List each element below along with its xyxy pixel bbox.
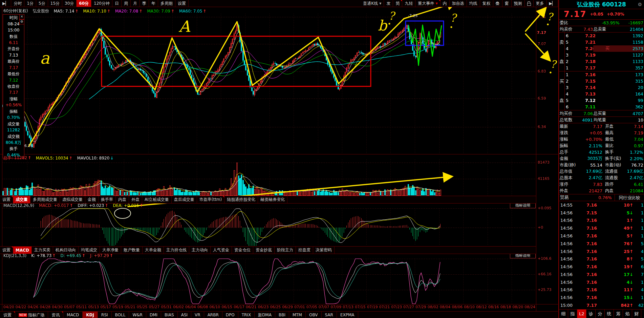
quote-tab-焰[interactable]: 焰 (623, 310, 632, 318)
vol-tab-成交量[interactable]: 成交量 (13, 196, 30, 203)
quote-tab-细[interactable]: 细 (559, 310, 568, 318)
tick-row[interactable]: 15:007.17842↑42 (559, 301, 644, 309)
gear-icon[interactable]: ⚙ (19, 19, 24, 24)
timeframe-tab-多周期[interactable]: 多周期 (158, 0, 175, 7)
indicator-tab-RSI[interactable]: RSI (98, 312, 112, 318)
timeframe-tab-120分钟[interactable]: 120分钟 (91, 0, 112, 7)
indicator-tab-资讯[interactable]: 资讯 (48, 312, 63, 318)
tool-简[interactable]: 简 (393, 0, 402, 7)
buy-level-row[interactable]: 67.11362 (565, 104, 644, 110)
indicator-tab-MTM[interactable]: MTM (289, 312, 306, 318)
vol-tab-陆股通持股变化[interactable]: 陆股通持股变化 (224, 196, 258, 203)
vol-tab-外盘[interactable]: 外盘 (129, 196, 142, 203)
indicator-tab-OBV[interactable]: OBV (306, 312, 322, 318)
tick-row[interactable]: 14:557.1610↑1 (559, 201, 644, 209)
quote-tab-财[interactable]: 财 (632, 310, 641, 318)
tool-arrow[interactable]: ▶▏ (547, 0, 558, 7)
tool-普通K线[interactable]: 普通K线▼ (361, 0, 384, 7)
sell-level-row[interactable]: 57.211158 (565, 39, 644, 45)
tool-叠[interactable]: 叠 (493, 0, 502, 7)
sell-level-row[interactable]: 27.181133 (565, 58, 644, 65)
buy-level-row[interactable]: 57.1299 (565, 97, 644, 104)
tick-row[interactable]: 14:567.1676↑5 (559, 240, 644, 248)
timeframe-tab-日[interactable]: 日 (112, 0, 122, 7)
indicator-tab-BBI[interactable]: BBI (275, 312, 289, 318)
tool-发[interactable]: 发 (384, 0, 393, 7)
tick-row[interactable]: 14:567.165↑1 (559, 232, 644, 240)
timeframe-tab-季[interactable]: 季 (140, 0, 149, 7)
macd-tab-人气资金[interactable]: 人气资金 (211, 247, 232, 254)
close-icon[interactable]: × (19, 14, 24, 19)
tick-row[interactable]: 14:567.155↓1 (559, 209, 644, 217)
indicator-tab-MACD[interactable]: MACD (63, 312, 83, 318)
timeframe-tab-周[interactable]: 周 (122, 0, 131, 7)
indicator-tab-指标广场[interactable]: NEW指标广场 (15, 312, 48, 318)
tool-九转[interactable]: 九转 (402, 0, 415, 7)
vol-tab-市盈率(ttm)[interactable]: 市盈率(ttm) (197, 196, 224, 203)
tick-row[interactable]: 14:567.161↑1 (559, 217, 644, 225)
tool-复权[interactable]: 复权 (480, 0, 493, 7)
tick-row[interactable]: 14:567.168↑5 (559, 255, 644, 263)
quote-tab-分[interactable]: 分 (596, 310, 605, 318)
vol-tab-多周期成交量[interactable]: 多周期成交量 (30, 196, 60, 203)
tick-row[interactable]: 14:567.1617↓7 (559, 271, 644, 278)
macd-tab-资金抄底[interactable]: 资金抄底 (253, 247, 275, 254)
macd-tab-MACD[interactable]: MACD (13, 247, 32, 254)
timeframe-tab-月[interactable]: 月 (131, 0, 140, 7)
macd-tab-控盘度[interactable]: 控盘度 (296, 247, 313, 254)
macd-tab-主力持仓线[interactable]: 主力持仓线 (164, 247, 189, 254)
macd-tab-主力买卖[interactable]: 主力买卖 (32, 247, 53, 254)
indicator-tab-ARBR[interactable]: ARBR (204, 312, 222, 318)
quote-tab-筹[interactable]: 筹 (614, 310, 623, 318)
indicator-tab-SAR[interactable]: SAR (322, 312, 337, 318)
macd-tab-主力动向[interactable]: 主力动向 (189, 247, 211, 254)
tool-更多[interactable]: 更多 (534, 0, 547, 7)
sell-level-row[interactable]: 67.221392 (565, 33, 644, 39)
buy-level-row[interactable]: 47.13164 (565, 91, 644, 97)
timeframe-tab-5分[interactable]: 5分 (36, 0, 48, 7)
macd-tab-大单净量[interactable]: 大单净量 (100, 247, 121, 254)
timeframe-tab-年[interactable]: 年 (149, 0, 158, 7)
indicator-tab-BIAS[interactable]: BIAS (161, 312, 178, 318)
indicator-tab-设置[interactable]: 设置 (0, 312, 15, 318)
buy-level-row[interactable]: 27.15315 (565, 78, 644, 84)
industry-compare-button[interactable]: 同行业比较 (615, 194, 644, 201)
quote-tab-L2[interactable]: L2 (577, 310, 586, 318)
sell-level-row[interactable]: 17.17357 (565, 65, 644, 71)
timeframe-tab-1分[interactable]: 1分 (24, 0, 36, 7)
buy-level-row[interactable]: 17.16173 (565, 71, 644, 78)
timeframe-tab-15分[interactable]: 15分 (48, 0, 62, 7)
tool-均线[interactable]: 均线 (467, 0, 480, 7)
macd-tab-均笔成交[interactable]: 均笔成交 (79, 247, 100, 254)
tool-窗[interactable]: 窗 (502, 0, 512, 7)
tool-lock[interactable] (525, 0, 534, 7)
macd-tab-资金仓位[interactable]: 资金仓位 (232, 247, 253, 254)
tick-row[interactable]: 14:567.1625↑4 (559, 248, 644, 255)
indicator-tab-ASI[interactable]: ASI (178, 312, 191, 318)
vol-tab-虚拟成交量[interactable]: 虚拟成交量 (60, 196, 85, 203)
indicator-tab-BOLL[interactable]: BOLL (112, 312, 129, 318)
vol-tab-设置[interactable]: 设置 (0, 196, 13, 203)
timeframe-tab-设置[interactable]: 设置 (175, 0, 189, 7)
indicator-tab-新DMA[interactable]: 新DMA (255, 312, 275, 318)
tick-row[interactable]: 14:567.164↓1 (559, 278, 644, 286)
indicator-tab-TRIX[interactable]: TRIX (238, 312, 255, 318)
indicator-tab-KDJ[interactable]: KDJ (83, 312, 98, 318)
macd-tab-机构日动向[interactable]: 机构日动向 (53, 247, 79, 254)
tool-预测[interactable]: 预测 (512, 0, 525, 7)
quote-tab-诊[interactable]: 诊 (586, 310, 596, 318)
collapse-left-icon[interactable]: ▶▏ (0, 0, 11, 7)
timeframe-tab-60分[interactable]: 60分 (77, 0, 91, 7)
quote-tab-指[interactable]: 指 (568, 310, 577, 318)
macd-tab-设置[interactable]: 设置 (0, 247, 13, 254)
vol-tab-盘后成交量[interactable]: 盘后成交量 (172, 196, 197, 203)
sell-level-row[interactable]: 买47.202573 (565, 45, 644, 52)
macd-tab-大单金额[interactable]: 大单金额 (143, 247, 164, 254)
quote-tab-统[interactable]: 统 (605, 310, 614, 318)
tick-row[interactable]: 14:567.1649↑1 (559, 224, 644, 232)
tool-加自选[interactable]: 加自选 (450, 0, 467, 7)
indicator-tab-EXPMA[interactable]: EXPMA (337, 312, 358, 318)
tick-row[interactable]: 14:567.1611↑4 (559, 286, 644, 294)
macd-tab-决策密码[interactable]: 决策密码 (313, 247, 335, 254)
indicator-tab-DMI[interactable]: DMI (146, 312, 161, 318)
